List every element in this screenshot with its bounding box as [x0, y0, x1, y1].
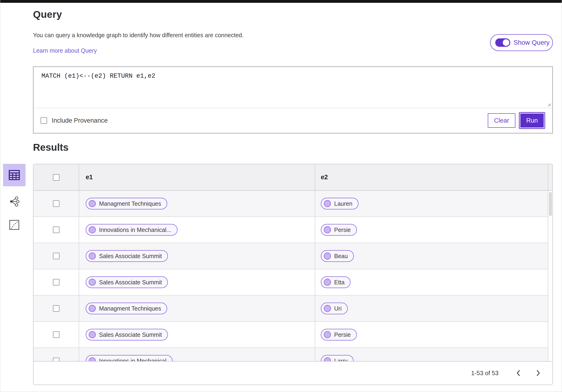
chart-box-icon: [9, 220, 19, 230]
select-all-checkbox[interactable]: [53, 174, 59, 181]
table-icon: [9, 170, 20, 180]
entity-node-icon: [324, 331, 331, 338]
query-description: You can query a knowledge graph to ident…: [33, 32, 244, 39]
results-title: Results: [33, 142, 69, 153]
page-title: Query: [33, 9, 62, 20]
toggle-knob: [503, 39, 509, 46]
entity-node-icon: [324, 226, 331, 233]
show-query-toggle-button[interactable]: Show Query: [490, 34, 553, 51]
entity-pill[interactable]: Innovations in Mechanical: [86, 355, 173, 361]
clear-button[interactable]: Clear: [488, 113, 515, 128]
entity-node-icon: [89, 331, 96, 338]
entity-pill[interactable]: Persie: [321, 329, 357, 341]
pagination-range: 1-53 of 53: [471, 369, 499, 377]
table-row: Sales Associate Summit Etta: [34, 269, 552, 296]
graph-network-icon: [9, 196, 20, 207]
entity-node-icon: [324, 253, 331, 260]
table-row: Sales Associate Summit Persie: [34, 322, 552, 348]
entity-pill[interactable]: Managment Techniques: [86, 303, 167, 314]
table-view-button[interactable]: [3, 164, 25, 186]
entity-pill[interactable]: Sales Associate Summit: [86, 329, 168, 341]
entity-pill[interactable]: Lauren: [321, 198, 359, 209]
entity-node-icon: [324, 305, 331, 312]
entity-node-icon: [89, 253, 96, 260]
table-footer: 1-53 of 53: [34, 361, 552, 384]
chart-view-button[interactable]: [3, 217, 25, 233]
include-provenance-label: Include Provenance: [52, 117, 108, 124]
table-body: Managment Techniques Lauren Innovations …: [34, 191, 552, 361]
entity-node-icon: [324, 279, 331, 286]
entity-node-icon: [89, 305, 96, 312]
row-checkbox[interactable]: [53, 279, 59, 286]
chevron-right-icon: [537, 370, 540, 376]
entity-pill[interactable]: Innovations in Mechanical...: [86, 224, 177, 236]
column-header-e1: e1: [79, 164, 315, 190]
entity-node-icon: [89, 200, 96, 207]
table-row: Managment Techniques Uri: [34, 296, 552, 322]
table-row: Innovations in Mechanical Larry: [34, 348, 552, 361]
row-checkbox[interactable]: [53, 331, 59, 338]
results-table: e1 e2 Managment Techniques Lauren: [33, 164, 553, 385]
table-row: Innovations in Mechanical... Persie: [34, 217, 552, 243]
entity-pill[interactable]: Uri: [321, 303, 348, 314]
entity-pill[interactable]: Sales Associate Summit: [86, 250, 168, 262]
toggle-switch-icon[interactable]: [495, 38, 510, 47]
entity-pill[interactable]: Managment Techniques: [86, 198, 167, 209]
row-checkbox[interactable]: [53, 357, 59, 361]
row-checkbox[interactable]: [53, 253, 59, 259]
entity-node-icon: [89, 279, 96, 286]
entity-node-icon: [89, 357, 96, 361]
entity-node-icon: [89, 226, 96, 233]
query-text: MATCH (e1)<--(e2) RETURN e1,e2: [41, 72, 155, 80]
column-header-e2: e2: [315, 164, 548, 190]
show-query-label: Show Query: [514, 39, 550, 46]
next-page-button[interactable]: [533, 368, 543, 378]
query-page: Query You can query a knowledge graph to…: [0, 0, 562, 392]
resize-handle-icon[interactable]: [547, 102, 551, 107]
row-checkbox[interactable]: [53, 200, 59, 207]
vertical-scrollbar[interactable]: [548, 191, 552, 361]
entity-node-icon: [324, 200, 331, 207]
chevron-left-icon: [516, 370, 520, 376]
graph-view-button[interactable]: [3, 193, 25, 210]
table-row: Managment Techniques Lauren: [34, 191, 552, 217]
query-editor-panel: MATCH (e1)<--(e2) RETURN e1,e2 Include P…: [33, 67, 553, 133]
include-provenance-checkbox[interactable]: [41, 117, 47, 124]
entity-pill[interactable]: Beau: [321, 250, 354, 262]
header-scroll-spacer: [548, 164, 552, 190]
query-footer: Include Provenance Clear Run: [34, 108, 552, 133]
query-input[interactable]: MATCH (e1)<--(e2) RETURN e1,e2: [34, 67, 552, 108]
results-view-rail: [0, 164, 31, 233]
previous-page-button[interactable]: [513, 368, 523, 378]
learn-more-link[interactable]: Learn more about Query: [33, 47, 97, 54]
row-checkbox[interactable]: [53, 227, 59, 233]
header-checkbox-cell: [34, 164, 79, 190]
include-provenance-option[interactable]: Include Provenance: [41, 117, 108, 124]
entity-pill[interactable]: Larry: [321, 355, 354, 361]
table-row: Sales Associate Summit Beau: [34, 243, 552, 269]
entity-pill[interactable]: Etta: [321, 277, 351, 288]
window-top-bar: [0, 0, 562, 3]
entity-pill[interactable]: Persie: [321, 224, 357, 236]
scrollbar-thumb[interactable]: [549, 192, 552, 216]
entity-node-icon: [324, 357, 331, 361]
run-button[interactable]: Run: [520, 113, 544, 128]
table-header-row: e1 e2: [34, 164, 552, 191]
entity-pill[interactable]: Sales Associate Summit: [86, 277, 168, 288]
query-actions: Clear Run: [488, 113, 545, 128]
row-checkbox[interactable]: [53, 305, 59, 312]
